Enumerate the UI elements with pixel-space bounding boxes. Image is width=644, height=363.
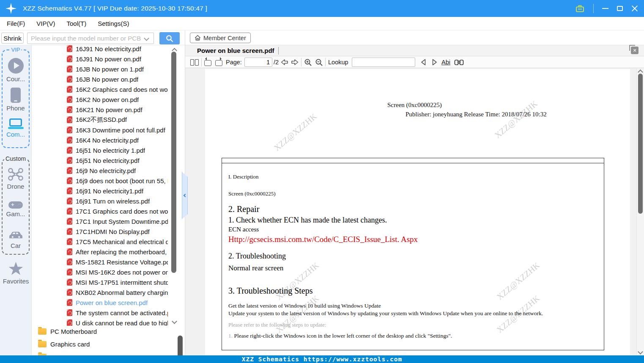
list-item[interactable]: 16j51 No electricity 1.pdf — [32, 145, 185, 155]
maximize-icon[interactable] — [617, 6, 623, 11]
list-item[interactable]: 16J91 No power on.pdf — [32, 54, 185, 64]
list-item[interactable]: 16K2 Graphics card does not work. — [32, 84, 185, 94]
file-name: 16K2 Graphics card does not work. — [76, 86, 168, 93]
file-name: 16K2 No power on.pdf — [76, 96, 139, 103]
rotate-right-icon[interactable] — [215, 56, 222, 68]
steps-heading: 3. Troubleshooting Steps — [228, 286, 312, 296]
pdf-icon — [67, 299, 72, 306]
list-item[interactable]: 17C1 Graphics card does not work. — [32, 206, 185, 216]
page-input-wrap — [244, 56, 272, 68]
page-input[interactable] — [244, 58, 272, 67]
list-item[interactable]: MS-15821 Resistance Voltage.pdf — [32, 257, 185, 267]
search-button[interactable] — [159, 32, 180, 44]
match-case-toggle[interactable]: Abi — [441, 56, 450, 68]
car-icon — [8, 229, 23, 240]
next-page-icon[interactable] — [290, 56, 299, 68]
list-item[interactable]: The system cannot be activated.pd — [32, 308, 185, 318]
folder-row[interactable]: Graphics card — [32, 338, 185, 350]
file-name: 16j9 No electricity.pdf — [76, 167, 136, 174]
list-item[interactable]: 16K3 Downtime pool not full.pdf — [32, 125, 185, 135]
folder-icon — [38, 341, 47, 347]
prev-match-icon[interactable] — [420, 56, 427, 68]
list-item[interactable]: 16j91 Turn on wireless.pdf — [32, 196, 185, 206]
ecn-access-label: ECN access — [228, 226, 259, 233]
file-name: 17C1 Graphics card does not work. — [76, 208, 168, 215]
lookup-input[interactable] — [352, 58, 415, 67]
list-item[interactable]: 16JB No power on.pdf — [32, 74, 185, 84]
list-scrollbar-thumb[interactable] — [171, 52, 176, 273]
folder-list: PC MotherboardGraphics card — [32, 325, 185, 350]
binoculars-icon[interactable] — [454, 56, 464, 68]
menubar: File(F) VIP(V) Tool(T) Settings(S) — [0, 17, 644, 30]
list-item[interactable]: NXB02 Abnormal battery charging — [32, 287, 185, 297]
divider — [278, 47, 279, 55]
pdf-scrollbar-thumb[interactable] — [638, 74, 643, 214]
menu-tool[interactable]: Tool(T) — [67, 20, 87, 27]
file-name: 16j91 Turn on wireless.pdf — [76, 198, 150, 205]
list-item[interactable]: 16j91 No electricity1.pdf — [32, 186, 185, 196]
sidebar-item-game[interactable]: Gam... — [3, 201, 29, 217]
list-item[interactable]: MSI MS-16K2 does not power on a — [32, 267, 185, 277]
next-match-icon[interactable] — [431, 56, 438, 68]
minimize-icon[interactable] — [602, 8, 608, 9]
close-icon[interactable] — [631, 5, 638, 12]
folder-row[interactable]: PC Motherboard — [32, 325, 185, 338]
pdf-scrollbar[interactable] — [636, 68, 644, 355]
folder-row-clipped[interactable] — [32, 350, 185, 355]
zoom-out-icon[interactable] — [315, 56, 323, 68]
tab-power-on-blue-screen[interactable]: Power on blue screen.pdf — [197, 45, 274, 56]
ecn-link[interactable]: Http://gcsecis.msi.com.tw/Code/C_ECIS_Is… — [228, 235, 418, 244]
scroll-down-icon[interactable] — [638, 349, 643, 355]
list-item[interactable]: 16K2 No power on.pdf — [32, 94, 185, 104]
description-text: Screen (0xc0000225) — [228, 190, 276, 197]
list-item[interactable]: 16K21 No power on.pdf — [32, 104, 185, 115]
list-item[interactable]: 16K4 No electricity.pdf — [32, 135, 185, 145]
prev-page-icon[interactable] — [280, 56, 289, 68]
list-item[interactable]: 16j51 No electricity.pdf — [32, 155, 185, 165]
member-center-button[interactable]: Member Center — [190, 33, 251, 43]
list-item[interactable]: MSI MS-17P51 intermittent shutdc — [32, 277, 185, 287]
sidebar-item-phone[interactable]: Phone — [3, 88, 29, 112]
menu-settings[interactable]: Settings(S) — [98, 20, 129, 27]
file-name: The system cannot be activated.pd — [76, 309, 168, 316]
pdf-icon — [67, 76, 72, 82]
pdf-icon — [67, 279, 72, 286]
briefcase-icon[interactable] — [575, 4, 585, 13]
list-item[interactable]: 17C1HDMI No Display.pdf — [32, 226, 185, 236]
zoom-in-icon[interactable] — [304, 56, 312, 68]
collapse-panel-handle[interactable] — [182, 172, 188, 219]
list-item[interactable]: 16JB No power on 1.pdf — [32, 64, 185, 74]
sidebar-item-computer[interactable]: Com... — [3, 118, 29, 138]
list-item[interactable]: 16K2不抓SSD.pdf — [32, 115, 185, 125]
menu-vip[interactable]: VIP(V) — [36, 20, 55, 27]
sidebar-item-car[interactable]: Car — [3, 229, 29, 249]
list-item[interactable]: 16j9 does not boot (boot run 55, K — [32, 176, 185, 186]
pdf-icon — [67, 248, 72, 255]
file-name: 16K2不抓SSD.pdf — [76, 116, 127, 124]
two-page-view-icon[interactable] — [190, 56, 199, 68]
app-window: XZZ Schematics V4.77 [ VIP Due date: 202… — [0, 0, 644, 363]
tree-scrollbar-thumb[interactable] — [178, 336, 183, 355]
menu-file[interactable]: File(F) — [7, 20, 25, 27]
sidebar-item-favorites[interactable]: Favorites — [0, 262, 32, 285]
pdf-icon — [67, 106, 72, 113]
list-item[interactable]: 17C1 Input System Downtime.pdf — [32, 216, 185, 226]
shrink-button[interactable]: Shrink — [1, 33, 24, 44]
sidebar-item-drone[interactable]: Drone — [3, 168, 29, 190]
page-label: Page: — [226, 56, 242, 68]
list-item[interactable]: 17C5 Mechanical and electrical do — [32, 236, 185, 247]
rotate-left-icon[interactable] — [204, 56, 211, 68]
divider — [201, 58, 202, 66]
phone-icon — [11, 88, 21, 103]
list-item[interactable]: 16J91 No electricity.pdf — [32, 45, 185, 54]
close-all-tabs-icon[interactable] — [631, 47, 639, 54]
list-item[interactable]: After replacing the motherboard, t — [32, 247, 185, 257]
file-name: 16j9 does not boot (boot run 55, K — [76, 177, 168, 184]
list-item[interactable]: Power on blue screen.pdf — [32, 297, 185, 308]
list-item[interactable]: 16j9 No electricity.pdf — [32, 165, 185, 176]
custom-group: Custom Drone Gam... — [2, 158, 30, 255]
sidebar-item-course[interactable]: Cour... — [3, 58, 29, 82]
search-input[interactable] — [27, 33, 154, 44]
repair-step: 1. Check whether ECN has made the latest… — [228, 216, 387, 225]
pdf-icon — [67, 137, 72, 143]
